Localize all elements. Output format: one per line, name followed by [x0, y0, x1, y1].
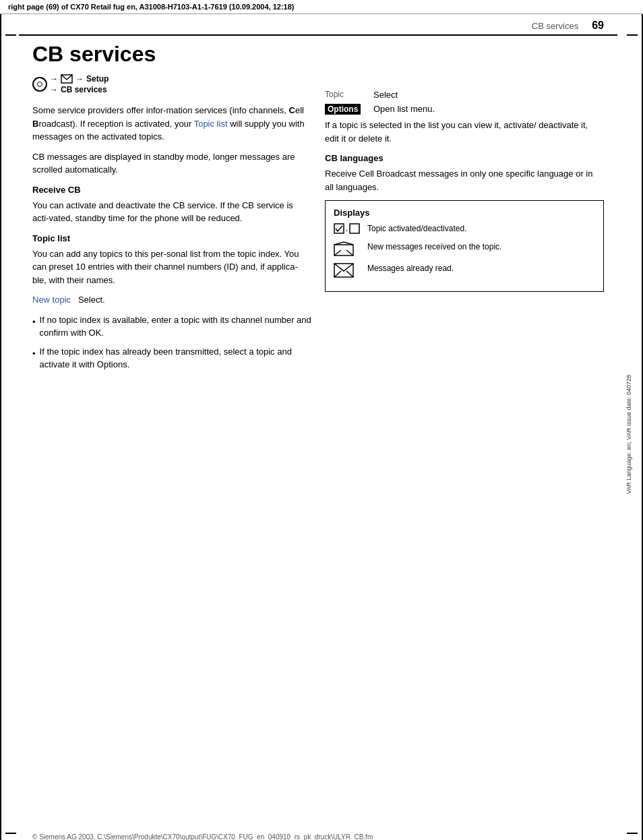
svg-line-1: [61, 75, 67, 80]
display-icon-3: [334, 263, 359, 278]
top-header: right page (69) of CX70 Retail fug en, A…: [0, 0, 643, 14]
bullet-text-1: If no topic index is available, enter a …: [40, 313, 311, 340]
display-icon-1: ,: [334, 223, 359, 234]
section-title: CB services: [532, 21, 578, 31]
open-envelope-icon: [334, 241, 354, 256]
display-text-2: New messages received on the topic.: [367, 241, 595, 253]
right-margin-line-bottom: [627, 833, 638, 834]
new-topic-row: New topic Select.: [32, 293, 311, 307]
svg-line-6: [334, 250, 341, 256]
page-title: CB services: [32, 42, 311, 66]
page-number: 69: [592, 20, 604, 32]
margin-line-top: [5, 34, 16, 36]
bullet-list: • If no topic index is available, enter …: [32, 313, 311, 371]
nav-path-lines: → → Setup → CB service: [50, 74, 109, 94]
display-icon-2: [334, 241, 359, 256]
cb-languages-text: Receive Cell Broadcast messages in only …: [325, 167, 604, 193]
topic-list-link: Topic list: [194, 119, 228, 129]
displays-box: Displays ,: [325, 200, 604, 292]
options-label-box: Options: [325, 104, 365, 115]
display-row-2: New messages received on the topic.: [334, 241, 595, 256]
options-box: Options: [325, 104, 361, 115]
envelope-icon: [61, 74, 73, 84]
svg-line-10: [346, 271, 353, 277]
svg-rect-4: [350, 224, 359, 233]
bullet-dot-1: •: [32, 316, 36, 340]
options-box-inline: Options: [97, 359, 127, 369]
nav-inner-circle: [37, 82, 42, 87]
header-text: right page (69) of CX70 Retail fug en, A…: [8, 3, 295, 11]
bullet-text-2: If the topic index has already been tran…: [40, 345, 311, 371]
nav-arrow1: →: [50, 74, 58, 84]
nav-path: → → Setup → CB service: [32, 74, 311, 94]
display-text-3: Messages already read.: [367, 263, 595, 274]
checkbox-icon: [334, 223, 344, 234]
nav-arrow2: →: [75, 74, 84, 84]
receive-cb-text: You can activate and deactivate the CB s…: [32, 199, 311, 225]
nav-row-1: → → Setup: [50, 74, 109, 84]
footer-note: © Siemens AG 2003, C:\Siemens\Produkte\C…: [32, 833, 373, 840]
topic-value: Select: [373, 90, 398, 100]
page-num-bar: CB services 69: [19, 14, 617, 36]
empty-checkbox-icon: [349, 223, 360, 234]
bullet-item-2: • If the topic index has already been tr…: [32, 345, 311, 371]
displays-title: Displays: [334, 208, 595, 218]
left-margin: [0, 14, 19, 840]
svg-line-9: [334, 271, 341, 277]
ok-box: OK: [89, 328, 102, 338]
main-content: CB services 69 CB services →: [19, 14, 617, 840]
margin-line-bottom: [5, 833, 16, 834]
topic-list-text: You can add any topics to this per-sonal…: [32, 247, 311, 287]
selected-topic-text: If a topic is selected in the list you c…: [325, 119, 604, 145]
cb-languages-heading: CB languages: [325, 153, 604, 163]
content-columns: CB services →: [19, 36, 617, 378]
closed-envelope-icon: [334, 263, 354, 278]
new-topic-value: Select.: [78, 295, 105, 305]
display-row-3: Messages already read.: [334, 263, 595, 278]
nav-circle-icon: [32, 77, 47, 92]
standby-text-content: CB messages are displayed in standby mod…: [32, 152, 295, 175]
receive-cb-heading: Receive CB: [32, 185, 311, 195]
nav-row-2: → CB services: [50, 85, 109, 94]
nav-arrow3: →: [50, 85, 58, 94]
display-row-1: , Topic activated/deactivated.: [334, 223, 595, 235]
svg-line-7: [346, 250, 353, 256]
standby-text: CB messages are displayed in standby mod…: [32, 150, 311, 177]
options-value: Open list menu.: [373, 104, 435, 114]
intro-paragraph: Some service providers offer infor-matio…: [32, 104, 311, 144]
bullet-dot-2: •: [32, 347, 36, 371]
right-margin-line-top: [627, 34, 638, 36]
right-margin: VAR Language: en; VAR issue date: 040728: [617, 14, 643, 840]
comma-separator: ,: [346, 223, 348, 233]
topic-list-heading: Topic list: [32, 233, 311, 243]
left-column: CB services →: [32, 36, 311, 378]
check-env-1: ,: [334, 223, 360, 234]
right-column: Topic Select Options Open list menu. If …: [325, 36, 604, 378]
nav-cb-services-label: CB services: [61, 85, 107, 94]
new-topic-label: New topic: [32, 295, 71, 305]
nav-setup-label: Setup: [86, 74, 109, 84]
right-margin-text: VAR Language: en; VAR issue date: 040728: [625, 375, 634, 494]
svg-line-2: [67, 75, 72, 80]
options-row: Options Open list menu.: [325, 104, 604, 115]
topic-label: Topic: [325, 90, 365, 99]
topic-row: Topic Select: [325, 90, 604, 100]
display-text-1: Topic activated/deactivated.: [367, 223, 595, 235]
bullet-item-1: • If no topic index is available, enter …: [32, 313, 311, 340]
page-wrapper: CB services 69 CB services →: [0, 14, 643, 840]
